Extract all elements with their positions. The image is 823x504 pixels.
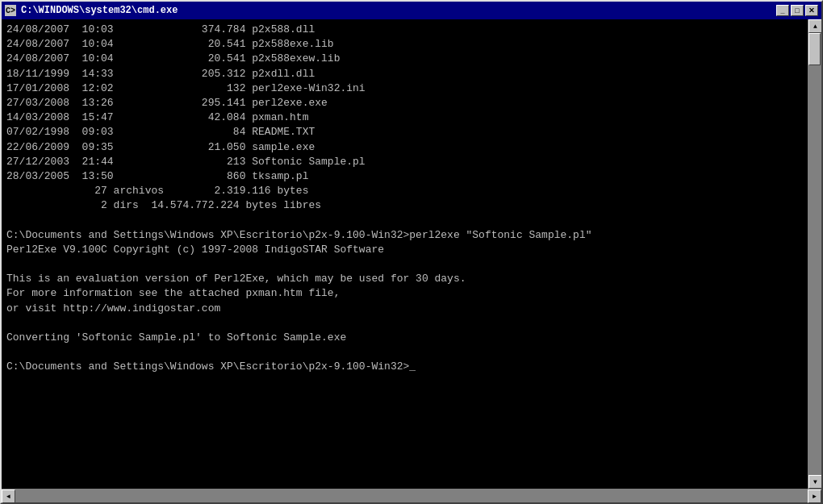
cmd-window: C> C:\WINDOWS\system32\cmd.exe _ □ ✕ 24/…	[0, 0, 823, 504]
scroll-up-button[interactable]: ▲	[808, 19, 821, 33]
minimize-button[interactable]: _	[776, 5, 789, 16]
restore-button[interactable]: □	[791, 5, 804, 16]
close-button[interactable]: ✕	[805, 5, 818, 16]
scroll-left-button[interactable]: ◄	[2, 489, 15, 503]
horizontal-scrollbar[interactable]: ◄ ►	[2, 489, 821, 502]
terminal-output[interactable]: 24/08/2007 10:03 374.784 p2x588.dll 24/0…	[2, 19, 808, 489]
horizontal-scroll-track[interactable]	[15, 489, 808, 502]
scroll-thumb[interactable]	[808, 33, 821, 65]
scroll-right-button[interactable]: ►	[808, 489, 821, 503]
titlebar-buttons: _ □ ✕	[776, 5, 818, 16]
scroll-track[interactable]	[808, 33, 821, 475]
content-area: 24/08/2007 10:03 374.784 p2x588.dll 24/0…	[2, 19, 821, 489]
titlebar-icon: C>	[5, 5, 16, 16]
titlebar: C> C:\WINDOWS\system32\cmd.exe _ □ ✕	[2, 2, 821, 19]
vertical-scrollbar[interactable]: ▲ ▼	[808, 19, 821, 489]
titlebar-title: C:\WINDOWS\system32\cmd.exe	[21, 5, 776, 16]
scroll-down-button[interactable]: ▼	[808, 475, 821, 489]
